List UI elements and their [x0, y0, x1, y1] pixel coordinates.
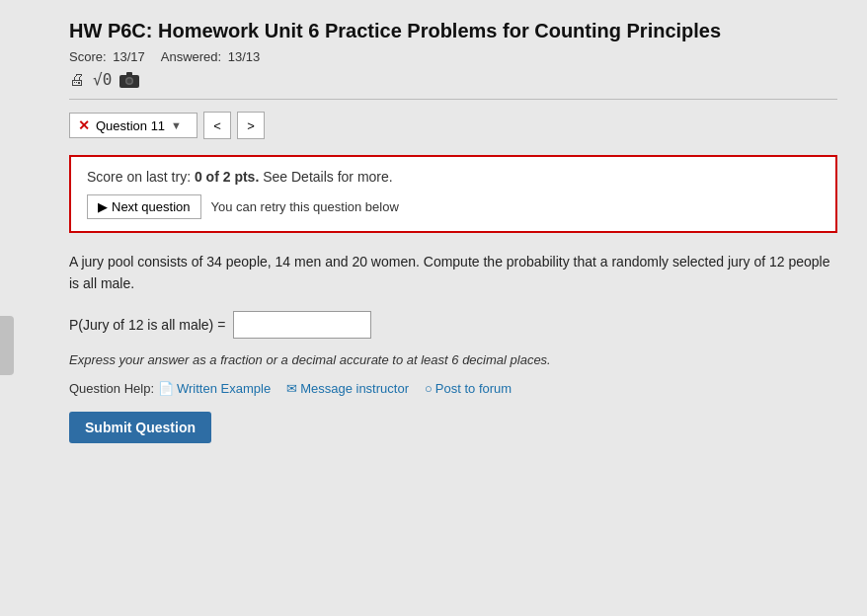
answer-label: P(Jury of 12 is all male) =: [69, 317, 225, 333]
next-question-button-2[interactable]: ▶ Next question: [87, 194, 201, 219]
score-last-try: Score on last try: 0 of 2 pts. See Detai…: [87, 169, 820, 185]
prev-question-button[interactable]: <: [203, 112, 231, 139]
question-status-icon: ✕: [78, 117, 90, 133]
forum-icon: ○: [425, 381, 433, 396]
answered-label: Answered: 13/13: [161, 49, 261, 64]
svg-point-3: [127, 78, 132, 83]
answer-input[interactable]: [233, 311, 371, 339]
retry-text: You can retry this question below: [211, 199, 399, 214]
score-highlight: 0 of 2 pts.: [195, 169, 259, 185]
score-row: Score: 13/17 Answered: 13/13: [69, 49, 837, 64]
question-help-row: Question Help: 📄 Written Example ✉ Messa…: [69, 381, 837, 396]
next-question-button[interactable]: >: [237, 112, 265, 139]
written-example-link[interactable]: 📄 Written Example: [158, 381, 271, 396]
svg-rect-1: [126, 72, 132, 76]
next-question-row: ▶ Next question You can retry this quest…: [87, 194, 820, 219]
question-nav: ✕ Question 11 ▼ < >: [69, 112, 837, 139]
written-example-icon: 📄: [158, 381, 174, 396]
sqrt-icon[interactable]: √0: [93, 70, 112, 89]
help-label: Question Help:: [69, 381, 154, 396]
side-tab: [0, 316, 14, 375]
message-icon: ✉: [286, 381, 297, 396]
answer-row: P(Jury of 12 is all male) =: [69, 311, 837, 339]
chevron-right-icon: ▶: [98, 199, 108, 214]
dropdown-arrow-icon: ▼: [171, 119, 182, 131]
question-body: A jury pool consists of 34 people, 14 me…: [69, 251, 837, 457]
score-label: Score: 13/17: [69, 49, 145, 64]
question-selector[interactable]: ✕ Question 11 ▼: [69, 113, 197, 138]
post-to-forum-link[interactable]: ○ Post to forum: [425, 381, 512, 396]
toolbar: 🖨 √0: [69, 70, 837, 100]
page-title: HW P6C: Homework Unit 6 Practice Problem…: [69, 18, 837, 43]
question-text: A jury pool consists of 34 people, 14 me…: [69, 251, 837, 295]
question-label: Question 11: [96, 118, 165, 133]
attempt-box: Score on last try: 0 of 2 pts. See Detai…: [69, 155, 837, 233]
submit-question-button[interactable]: Submit Question: [69, 412, 211, 443]
printer-icon[interactable]: 🖨: [69, 71, 85, 89]
instruction-text: Express your answer as a fraction or a d…: [69, 352, 837, 367]
message-instructor-link[interactable]: ✉ Message instructor: [286, 381, 409, 396]
camera-icon[interactable]: [119, 72, 139, 88]
